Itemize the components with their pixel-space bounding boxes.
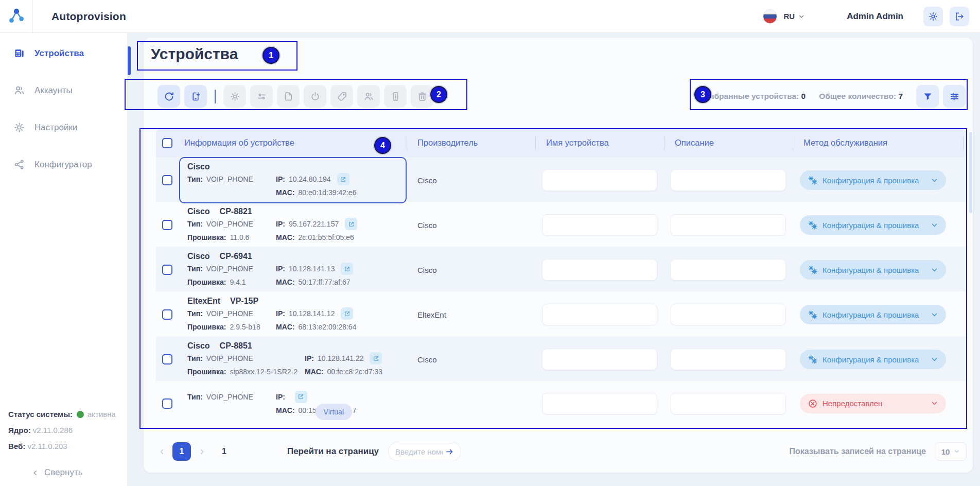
row-checkbox[interactable] [162, 309, 172, 320]
sun-icon [928, 11, 938, 22]
current-page-button[interactable]: 1 [172, 442, 191, 461]
device-toolbar [157, 85, 437, 108]
description-input[interactable] [671, 349, 786, 370]
system-status-block: Статус системы:активна Ядро: v2.11.0.286… [8, 410, 116, 458]
column-header-manufacturer[interactable]: Производитель [407, 129, 535, 157]
filter-button[interactable] [916, 85, 939, 108]
refresh-button[interactable] [157, 85, 180, 108]
column-header-description[interactable]: Описание [664, 129, 793, 157]
mac-label: MAC: [276, 188, 295, 197]
language-selector[interactable]: RU [783, 12, 804, 21]
device-name-input[interactable] [542, 259, 657, 281]
virtual-badge: Virtual [316, 404, 352, 420]
accounts-button[interactable] [357, 85, 380, 108]
open-device-web-button[interactable] [295, 391, 307, 403]
service-method-dropdown[interactable]: Конфигурация & прошивка [800, 305, 946, 324]
sidebar-item-configurator[interactable]: Конфигуратор [0, 153, 127, 176]
gears-icon [808, 220, 818, 230]
logout-button[interactable] [950, 7, 969, 26]
service-method-dropdown[interactable]: Конфигурация & прошивка [800, 170, 946, 190]
open-device-web-button[interactable] [345, 218, 357, 230]
description-input[interactable] [671, 259, 786, 281]
open-device-web-button[interactable] [341, 263, 353, 275]
page-title: Устройства [151, 45, 238, 63]
sidebar-collapse-button[interactable]: Свернуть [32, 467, 83, 478]
file-button[interactable] [277, 85, 300, 108]
select-all-checkbox[interactable] [162, 138, 172, 148]
total-devices-count: Общее количество: 7 [819, 92, 903, 101]
delete-button[interactable] [411, 85, 433, 108]
ip-label: IP: [305, 354, 314, 362]
external-link-icon [344, 266, 351, 272]
column-settings-button[interactable] [943, 85, 966, 108]
settings-button[interactable] [223, 85, 246, 108]
next-page-button[interactable] [196, 448, 207, 455]
table-scrollbar[interactable] [969, 132, 972, 213]
row-checkbox[interactable] [162, 354, 172, 364]
column-header-device-info[interactable]: Информация об устройстве [179, 129, 407, 157]
row-checkbox[interactable] [162, 220, 172, 230]
description-input[interactable] [671, 169, 786, 191]
column-header-service-method[interactable]: Метод обслуживания [793, 129, 967, 157]
external-link-icon [344, 310, 351, 317]
ip-label: IP: [276, 393, 285, 401]
power-icon [310, 91, 321, 102]
sidebar-item-accounts[interactable]: Аккаунты [0, 79, 127, 102]
device-ip: 95.167.221.157 [289, 220, 339, 228]
device-type: VOIP_PHONE [206, 175, 253, 183]
open-device-web-button[interactable] [337, 173, 349, 185]
sidebar-item-settings[interactable]: Настройки [0, 116, 127, 139]
open-device-web-button[interactable] [341, 307, 353, 320]
device-mac: 50:17:ff:77:af:67 [299, 278, 351, 286]
description-input[interactable] [671, 304, 786, 325]
device-mac: 80:e0:1d:39:42:e6 [299, 188, 357, 197]
device-name-input[interactable] [542, 349, 657, 370]
device-info-button[interactable] [384, 85, 407, 108]
service-method-dropdown[interactable]: Непредоставлен [800, 394, 946, 413]
per-page-value: 10 [941, 447, 950, 456]
service-method-dropdown[interactable]: Конфигурация & прошивка [800, 350, 946, 369]
device-model: CP-8821 [220, 207, 252, 216]
sidebar-item-label: Устройства [34, 48, 84, 59]
device-info-cell: Cisco CP-8851 Тип: VOIP_PHONE Прошивка: … [179, 336, 407, 383]
row-checkbox[interactable] [162, 265, 172, 275]
device-type: VOIP_PHONE [206, 393, 253, 401]
sidebar-item-label: Настройки [34, 123, 77, 133]
row-checkbox[interactable] [162, 398, 172, 409]
description-input[interactable] [671, 214, 786, 236]
manufacturer-cell: Cisco [407, 355, 535, 364]
molecule-logo-icon [8, 8, 25, 25]
previous-page-button[interactable] [156, 448, 167, 455]
device-row: EltexEnt VP-15P Тип: VOIP_PHONE Прошивка… [156, 291, 967, 336]
service-method-label: Непредоставлен [822, 399, 882, 408]
device-model: CP-8851 [220, 341, 252, 351]
goto-page-input[interactable] [395, 447, 443, 456]
language-code: RU [783, 12, 795, 21]
column-header-device-name[interactable]: Имя устройства [535, 129, 664, 157]
gear-icon [13, 121, 25, 133]
service-method-dropdown[interactable]: Конфигурация & прошивка [800, 215, 946, 235]
device-name-input[interactable] [542, 214, 657, 236]
service-method-dropdown[interactable]: Конфигурация & прошивка [800, 260, 946, 280]
device-name-input[interactable] [542, 169, 657, 191]
external-link-icon [373, 355, 379, 362]
sidebar-item-devices[interactable]: Устройства [0, 42, 127, 65]
goto-page-submit-button[interactable] [445, 447, 454, 456]
options-button[interactable] [250, 85, 273, 108]
service-method-label: Конфигурация & прошивка [822, 221, 919, 230]
device-row: Cisco CP-6941 Тип: VOIP_PHONE Прошивка: … [156, 247, 967, 291]
description-input[interactable] [671, 393, 786, 414]
chevron-down-icon [931, 266, 938, 274]
device-name-input[interactable] [542, 393, 657, 414]
devices-table: Информация об устройстве Производитель И… [156, 129, 967, 426]
per-page-select[interactable]: 10 [935, 442, 967, 461]
theme-toggle-button[interactable] [923, 7, 943, 26]
device-import-button[interactable] [184, 85, 207, 108]
device-name-input[interactable] [542, 304, 657, 325]
power-button[interactable] [304, 85, 326, 108]
logout-icon [954, 11, 965, 22]
row-checkbox[interactable] [162, 175, 172, 185]
open-device-web-button[interactable] [370, 352, 382, 364]
type-label: Тип: [187, 220, 203, 228]
tag-button[interactable] [330, 85, 353, 108]
